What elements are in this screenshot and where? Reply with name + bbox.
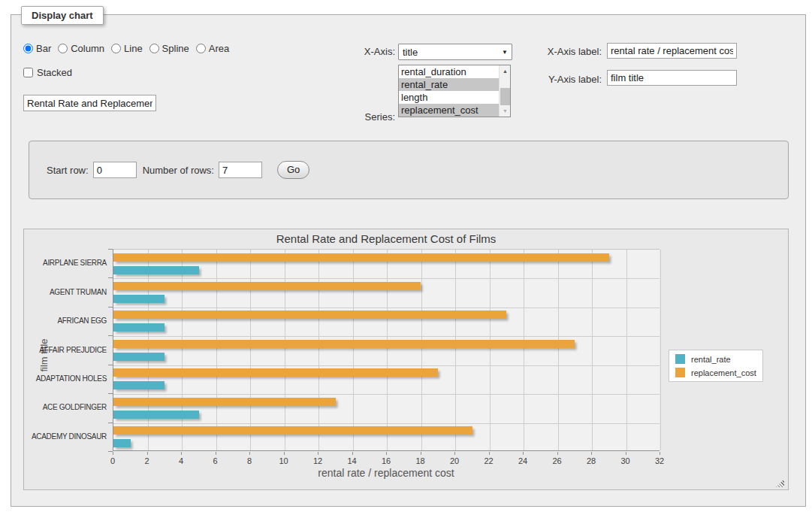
series-option-rental_duration[interactable]: rental_duration bbox=[399, 65, 499, 78]
x-axis-tick bbox=[249, 452, 250, 455]
series-scrollbar[interactable]: ▲ ▼ bbox=[499, 65, 510, 117]
y-axis-label-input[interactable] bbox=[607, 70, 737, 86]
x-axis-tick bbox=[181, 452, 182, 455]
number-of-rows-input[interactable] bbox=[219, 162, 262, 178]
gridline-x bbox=[524, 250, 524, 450]
gridline-x bbox=[455, 250, 456, 450]
gridline-x bbox=[250, 250, 251, 450]
scroll-down-icon[interactable]: ▼ bbox=[500, 105, 511, 117]
chart-panel: Rental Rate and Replacement Cost of Film… bbox=[23, 229, 789, 490]
resize-handle-icon[interactable] bbox=[776, 479, 784, 487]
x-axis-tick-label: 22 bbox=[484, 456, 493, 465]
display-chart-fieldset: BarColumnLineSplineArea Stacked X-Axis: … bbox=[11, 14, 806, 507]
bar-rental_rate bbox=[113, 411, 199, 419]
gridline-y bbox=[113, 278, 660, 279]
x-axis-tick bbox=[318, 452, 318, 455]
chart-type-line[interactable]: Line bbox=[111, 43, 143, 54]
number-of-rows-label: Number of rows: bbox=[143, 165, 214, 176]
x-axis-tick-label: 12 bbox=[313, 456, 322, 465]
bar-replacement_cost bbox=[113, 311, 506, 319]
start-row-label: Start row: bbox=[47, 165, 89, 176]
x-axis-tick bbox=[557, 452, 558, 455]
y-axis-title: film title bbox=[38, 338, 50, 371]
chart-type-label: Line bbox=[124, 43, 143, 54]
category-label: AFRICAN EGG bbox=[30, 317, 107, 325]
x-axis-tick bbox=[591, 452, 592, 455]
y-axis-tick bbox=[108, 307, 113, 308]
gridline-x bbox=[558, 250, 559, 450]
chart-type-label: Spline bbox=[162, 43, 189, 54]
gridline-y bbox=[113, 394, 660, 395]
x-axis-select[interactable]: title ▼ bbox=[398, 44, 512, 60]
bar-rental_rate bbox=[113, 353, 165, 361]
scrollbar-thumb[interactable] bbox=[500, 88, 510, 107]
series-listbox[interactable]: rental_durationrental_ratelengthreplacem… bbox=[398, 65, 511, 117]
bar-replacement_cost bbox=[113, 282, 421, 290]
legend-label: rental_rate bbox=[691, 355, 731, 364]
category-label: AIRPLANE SIERRA bbox=[30, 259, 107, 267]
chart-type-label: Column bbox=[71, 43, 104, 54]
x-axis-tick-label: 2 bbox=[144, 456, 149, 465]
gridline-x bbox=[592, 250, 593, 450]
x-axis-tick-label: 30 bbox=[620, 456, 629, 465]
go-button[interactable]: Go bbox=[277, 161, 309, 179]
chart-type-column[interactable]: Column bbox=[58, 43, 104, 54]
x-axis-title: rental rate / replacement cost bbox=[318, 467, 454, 479]
start-row-input[interactable] bbox=[93, 162, 137, 178]
category-label: AFFAIR PREJUDICE bbox=[30, 346, 107, 354]
chart-type-radio-spline[interactable] bbox=[149, 44, 159, 53]
chart-type-bar[interactable]: Bar bbox=[23, 43, 51, 54]
stacked-label: Stacked bbox=[37, 67, 72, 78]
stacked-checkbox-row[interactable]: Stacked bbox=[23, 67, 72, 78]
chart-type-spline[interactable]: Spline bbox=[149, 43, 189, 54]
y-axis-tick bbox=[108, 277, 113, 278]
chart-type-radio-area[interactable] bbox=[196, 44, 206, 53]
series-listbox-options: rental_durationrental_ratelengthreplacem… bbox=[399, 65, 499, 117]
x-axis-select-label: X-Axis: bbox=[339, 46, 395, 57]
gridline-y bbox=[113, 308, 660, 308]
chart-title-input[interactable] bbox=[23, 95, 156, 111]
page: BarColumnLineSplineArea Stacked X-Axis: … bbox=[0, 0, 812, 512]
x-axis-label-input[interactable] bbox=[607, 43, 737, 59]
chevron-down-icon: ▼ bbox=[502, 49, 508, 56]
chart-type-area[interactable]: Area bbox=[196, 43, 229, 54]
chart-type-radio-line[interactable] bbox=[111, 44, 121, 53]
gridline-x bbox=[182, 250, 183, 450]
y-axis-tick bbox=[108, 423, 113, 423]
x-axis-tick-label: 28 bbox=[587, 456, 596, 465]
chart-type-radio-column[interactable] bbox=[58, 44, 68, 53]
x-axis-tick-label: 32 bbox=[655, 456, 664, 465]
row-range-panel: Start row: Number of rows: Go bbox=[29, 141, 789, 199]
gridline-x bbox=[353, 250, 354, 450]
series-option-rental_rate[interactable]: rental_rate bbox=[399, 78, 499, 91]
series-option-replacement_cost[interactable]: replacement_cost bbox=[399, 104, 499, 117]
x-axis-tick-label: 24 bbox=[518, 456, 527, 465]
y-axis-label-label: Y-Axis label: bbox=[537, 74, 602, 85]
bar-replacement_cost bbox=[113, 398, 336, 406]
series-label: Series: bbox=[339, 111, 395, 123]
bar-rental_rate bbox=[113, 381, 165, 389]
stacked-checkbox[interactable] bbox=[23, 68, 33, 77]
gridline-y bbox=[113, 423, 660, 424]
legend-swatch-rental_rate bbox=[675, 354, 685, 364]
bar-replacement_cost bbox=[113, 368, 438, 377]
y-axis-tick bbox=[108, 393, 113, 394]
x-axis-tick-label: 20 bbox=[450, 456, 459, 465]
bar-rental_rate bbox=[113, 266, 199, 274]
x-axis-tick-label: 8 bbox=[247, 456, 252, 465]
gridline-y bbox=[113, 365, 660, 366]
x-axis-label-label: X-Axis label: bbox=[537, 46, 602, 57]
chart-type-radio-bar[interactable] bbox=[23, 44, 33, 53]
x-axis-tick bbox=[626, 452, 626, 455]
x-axis-tick bbox=[352, 452, 353, 455]
x-axis-tick bbox=[386, 452, 387, 455]
scroll-up-icon[interactable]: ▲ bbox=[500, 65, 511, 77]
gridline-x bbox=[216, 250, 217, 450]
gridline-x bbox=[490, 250, 491, 450]
bar-rental_rate bbox=[113, 295, 165, 303]
chart-type-label: Bar bbox=[36, 43, 51, 54]
category-label: AGENT TRUMAN bbox=[30, 288, 107, 296]
gridline-x bbox=[285, 250, 285, 450]
x-axis-tick-label: 10 bbox=[279, 456, 288, 465]
series-option-length[interactable]: length bbox=[399, 91, 499, 104]
